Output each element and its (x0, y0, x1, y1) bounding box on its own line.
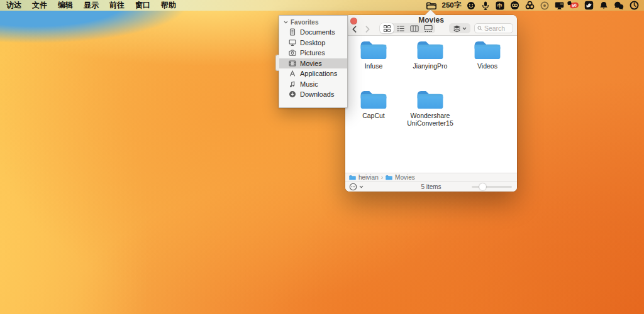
svg-text:中: 中 (497, 3, 503, 9)
nav-buttons (351, 25, 371, 33)
column-view-button[interactable] (408, 23, 421, 33)
folder-item-wondershare[interactable]: Wondershare UniConverter15 (404, 89, 457, 127)
finder-window: Movies (345, 15, 517, 192)
sidebar-item-music[interactable]: Music (279, 79, 347, 90)
icon-view-button[interactable] (380, 23, 394, 33)
sidebar-item-pictures[interactable]: Pictures (279, 48, 347, 58)
favorites-header[interactable]: Favorites (279, 18, 347, 27)
list-view-button[interactable] (394, 23, 408, 33)
search-field[interactable] (474, 23, 513, 33)
layers-icon (453, 24, 461, 33)
folder-icon (386, 175, 392, 180)
menu-help[interactable]: 帮助 (161, 0, 176, 11)
chevron-down-icon (359, 185, 364, 188)
sidebar-item-movies[interactable]: Movies (279, 58, 347, 69)
music-note-icon (289, 80, 296, 88)
grid-view-icon (383, 24, 391, 33)
clock-icon[interactable] (630, 0, 639, 11)
folder-icon (474, 39, 501, 60)
menu-view[interactable]: 显示 (84, 0, 99, 11)
display-icon[interactable] (555, 0, 564, 11)
sidebar-label: Desktop (300, 39, 325, 46)
chevron-down-icon (284, 21, 288, 24)
view-mode-segmented-control (380, 23, 435, 33)
folder-icon (349, 175, 356, 180)
desktop-icon (289, 39, 296, 46)
input-method-icon[interactable]: 中 (496, 0, 504, 11)
action-menu-button[interactable] (349, 183, 364, 191)
emoji-icon[interactable] (467, 0, 475, 11)
sidebar-item-downloads[interactable]: Downloads (279, 89, 347, 100)
menu-file[interactable]: 文件 (32, 0, 47, 11)
menu-finder[interactable]: 访达 (6, 0, 21, 11)
camera-icon (289, 49, 296, 57)
word-count-label[interactable]: 250字 (442, 0, 462, 11)
folder-label: CapCut (347, 112, 400, 119)
menu-bar-menus: 访达 文件 编辑 显示 前往 窗口 帮助 (0, 0, 176, 11)
panel-handle[interactable] (275, 55, 279, 71)
circle-ellipsis-icon (349, 183, 357, 191)
icon-size-slider[interactable] (472, 186, 512, 188)
list-view-icon (397, 24, 405, 33)
film-icon (289, 60, 296, 67)
folder-item-videos[interactable]: Videos (461, 39, 514, 70)
menu-edit[interactable]: 编辑 (58, 0, 73, 11)
open-folder-icon[interactable] (426, 0, 436, 11)
status-circle-icon[interactable] (540, 0, 549, 11)
search-icon (477, 25, 482, 31)
download-circle-icon (289, 90, 296, 98)
group-by-button[interactable] (449, 23, 470, 33)
folder-label: JianyingPro (404, 62, 457, 70)
chat-bubbles-icon[interactable] (614, 0, 624, 11)
gallery-view-button[interactable] (421, 23, 435, 33)
search-input[interactable] (484, 24, 510, 32)
path-bar: heivian › Movies (345, 173, 517, 181)
sidebar-item-documents[interactable]: Documents (279, 27, 347, 38)
sidebar-label: Movies (300, 60, 322, 67)
sidebar-label: Applications (300, 70, 337, 77)
folder-icon (416, 39, 444, 60)
column-view-icon (410, 24, 419, 33)
item-count-label: 5 items (421, 183, 441, 190)
folder-contents[interactable]: Infuse JianyingPro Videos CapCut Wonders… (345, 36, 517, 173)
chevron-down-icon (462, 27, 467, 30)
microphone-icon[interactable] (481, 0, 490, 11)
slider-knob[interactable] (479, 183, 486, 190)
menu-bar: 访达 文件 编辑 显示 前往 窗口 帮助 250字 中 (0, 0, 644, 11)
folder-item-capcut[interactable]: CapCut (347, 89, 400, 119)
menu-go[interactable]: 前往 (109, 0, 125, 11)
folder-label: Infuse (347, 62, 400, 70)
document-icon (289, 28, 296, 36)
red-badge-50-icon[interactable]: 50 (570, 0, 579, 11)
folder-label: Videos (461, 62, 514, 70)
path-separator: › (381, 174, 383, 181)
creative-cloud-icon[interactable] (510, 0, 519, 11)
menu-window[interactable]: 窗口 (135, 0, 150, 11)
window-titlebar[interactable]: Movies (345, 15, 517, 36)
finder-sidebar-panel: Favorites Documents Desktop Pictures Mov… (279, 15, 348, 108)
menu-bar-status-tray: 250字 中 50 (426, 0, 644, 11)
folder-icon (360, 89, 387, 109)
folder-item-jianyingpro[interactable]: JianyingPro (404, 39, 457, 70)
path-segment-home[interactable]: heivian (358, 174, 379, 181)
applications-icon (289, 70, 296, 77)
gallery-view-icon (424, 24, 433, 33)
sidebar-item-applications[interactable]: Applications (279, 68, 347, 79)
path-segment-movies[interactable]: Movies (395, 174, 415, 181)
forward-button-icon[interactable] (364, 25, 371, 33)
sidebar-label: Documents (300, 28, 335, 36)
color-rings-icon[interactable] (525, 0, 535, 11)
sidebar-label: Downloads (300, 90, 334, 98)
bell-icon[interactable] (599, 0, 608, 11)
status-bar: 5 items (345, 181, 517, 192)
sidebar-item-desktop[interactable]: Desktop (279, 38, 347, 48)
folder-icon (416, 89, 444, 109)
sidebar-label: Music (300, 80, 318, 88)
folder-item-infuse[interactable]: Infuse (347, 39, 400, 70)
back-button-icon[interactable] (351, 25, 358, 33)
bird-app-icon[interactable] (584, 0, 594, 11)
sidebar-label: Pictures (300, 49, 325, 57)
folder-icon (360, 39, 387, 60)
folder-label: Wondershare UniConverter15 (404, 112, 457, 127)
favorites-label: Favorites (291, 19, 318, 26)
